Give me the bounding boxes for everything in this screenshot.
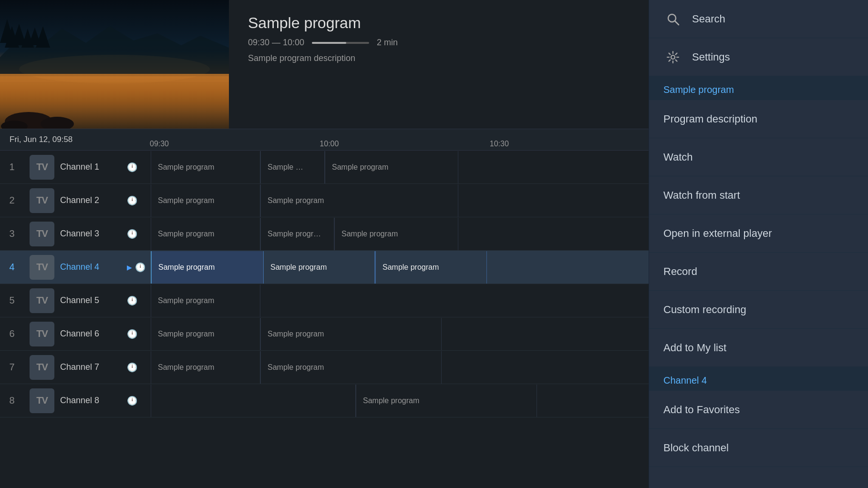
sidebar-item-external-player[interactable]: Open in external player (649, 214, 868, 253)
channel-actions-5: 🕛 (127, 295, 151, 306)
sidebar-item-custom-recording[interactable]: Custom recording (649, 291, 868, 329)
channel-number-5: 5 (0, 295, 24, 306)
channel-row-2[interactable]: 2 TV Channel 2 🕛 Sample program Sample p… (0, 184, 649, 217)
svg-point-10 (671, 55, 675, 59)
channel-name-7: Channel 7 (60, 362, 127, 372)
watch-from-start-label: Watch from start (663, 189, 740, 202)
program-cell[interactable]: Sample program (151, 351, 260, 384)
programs-area-2: Sample program Sample program (151, 184, 649, 217)
history-icon-3: 🕛 (127, 229, 137, 239)
program-cell[interactable]: Sample program (151, 318, 260, 350)
history-icon-1: 🕛 (127, 162, 137, 173)
channel-icon-2: TV (30, 188, 54, 213)
add-favorites-label: Add to Favorites (663, 404, 740, 416)
channel-number-8: 8 (0, 395, 24, 406)
channel-name-8: Channel 8 (60, 396, 127, 406)
program-cell-highlighted[interactable]: Sample program (263, 251, 375, 284)
channel-row-1[interactable]: 1 TV Channel 1 🕛 Sample program Sample …… (0, 151, 649, 184)
sidebar-item-record[interactable]: Record (649, 253, 868, 291)
program-cell[interactable]: Sample program (334, 218, 458, 250)
custom-recording-label: Custom recording (663, 304, 746, 316)
program-cell[interactable]: Sample program (325, 151, 458, 183)
program-title: Sample program (248, 14, 630, 32)
top-info: Sample program 09:30 — 10:00 2 min Sampl… (0, 0, 649, 129)
program-cell[interactable]: Sample program (151, 151, 260, 183)
main-area: Sample program 09:30 — 10:00 2 min Sampl… (0, 0, 649, 488)
record-label: Record (663, 265, 697, 278)
sidebar-item-settings[interactable]: Settings (649, 38, 868, 76)
programs-area-3: Sample program Sample progr… Sample prog… (151, 218, 649, 250)
channel-actions-6: 🕛 (127, 329, 151, 339)
program-cell[interactable]: Sample program (260, 184, 458, 217)
channel-number-2: 2 (0, 195, 24, 206)
channel-row-6[interactable]: 6 TV Channel 6 🕛 Sample program Sample p… (0, 317, 649, 351)
time-marker-1: 09:30 (150, 140, 169, 148)
history-icon-2: 🕛 (127, 195, 137, 206)
channel-row-7[interactable]: 7 TV Channel 7 🕛 Sample program Sample p… (0, 351, 649, 384)
channel-name-6: Channel 6 (60, 329, 127, 339)
channel-number-4: 4 (0, 262, 24, 273)
channel-name-3: Channel 3 (60, 229, 127, 239)
channel-icon-6: TV (30, 322, 54, 346)
channel-name-4: Channel 4 (60, 262, 127, 272)
tv-icon-8: TV (36, 395, 48, 406)
watch-label: Watch (663, 151, 693, 163)
channel-grid: 1 TV Channel 1 🕛 Sample program Sample …… (0, 151, 649, 488)
program-cell[interactable]: Sample program (151, 218, 260, 250)
sidebar-item-watch[interactable]: Watch (649, 138, 868, 176)
history-icon-4: 🕛 (135, 262, 145, 273)
program-cell[interactable]: Sample program (151, 285, 260, 317)
program-cell[interactable]: Sample … (260, 151, 325, 183)
history-icon-7: 🕛 (127, 362, 137, 373)
channel-number-3: 3 (0, 228, 24, 239)
settings-label: Settings (692, 51, 730, 63)
channel-name-2: Channel 2 (60, 195, 127, 205)
history-icon-5: 🕛 (127, 295, 137, 306)
channel-row-3[interactable]: 3 TV Channel 3 🕛 Sample program Sample p… (0, 217, 649, 251)
program-cell[interactable]: Sample program (151, 184, 260, 217)
sidebar-item-add-my-list[interactable]: Add to My list (649, 329, 868, 367)
channel-icon-5: TV (30, 288, 54, 313)
channel-row-4[interactable]: 4 TV Channel 4 ▶ 🕛 Sample program Sample… (0, 251, 649, 284)
progress-bar-fill (312, 42, 346, 44)
search-label: Search (692, 13, 725, 25)
tv-icon-2: TV (36, 195, 48, 206)
search-icon (663, 10, 682, 29)
program-description-label: Program description (663, 113, 757, 125)
sidebar-item-watch-from-start[interactable]: Watch from start (649, 176, 868, 214)
program-cell[interactable] (151, 385, 356, 417)
programs-area-7: Sample program Sample program (151, 351, 649, 384)
channel-icon-3: TV (30, 222, 54, 246)
program-cell-selected[interactable]: Sample program (151, 251, 263, 284)
program-cell-highlighted[interactable]: Sample program (375, 251, 487, 284)
history-icon-8: 🕛 (127, 396, 137, 406)
program-cell[interactable]: Sample progr… (260, 218, 334, 250)
sidebar-item-block-channel[interactable]: Block channel (649, 429, 868, 467)
channel-name-1: Channel 1 (60, 162, 127, 172)
tv-icon-7: TV (36, 362, 48, 373)
sidebar-item-add-favorites[interactable]: Add to Favorites (649, 391, 868, 429)
sidebar-item-program-description[interactable]: Program description (649, 100, 868, 138)
channel-icon-1: TV (30, 155, 54, 180)
program-time: 09:30 — 10:00 (248, 38, 304, 48)
channel-icon-4: TV (30, 255, 54, 280)
history-icon-6: 🕛 (127, 329, 137, 339)
channel-name-5: Channel 5 (60, 295, 127, 305)
time-marker-3: 10:30 (490, 140, 509, 148)
program-duration: 2 min (377, 38, 398, 48)
tv-icon-5: TV (36, 295, 48, 306)
channel-row-5[interactable]: 5 TV Channel 5 🕛 Sample program (0, 284, 649, 317)
tv-icon-6: TV (36, 328, 48, 339)
external-player-label: Open in external player (663, 227, 772, 240)
sidebar-item-search[interactable]: Search (649, 0, 868, 38)
program-cell[interactable]: Sample program (356, 385, 537, 417)
channel-icon-7: TV (30, 355, 54, 380)
programs-area-8: Sample program (151, 385, 649, 417)
channel-row-8[interactable]: 8 TV Channel 8 🕛 Sample program (0, 384, 649, 417)
timeline-header: Fri, Jun 12, 09:58 09:30 10:00 10:30 (0, 129, 649, 151)
program-cell[interactable]: Sample program (260, 351, 442, 384)
channel-number-6: 6 (0, 328, 24, 339)
sidebar-section-channel: Channel 4 (649, 367, 868, 391)
channel-actions-4: ▶ 🕛 (127, 262, 151, 273)
program-cell[interactable]: Sample program (260, 318, 442, 350)
